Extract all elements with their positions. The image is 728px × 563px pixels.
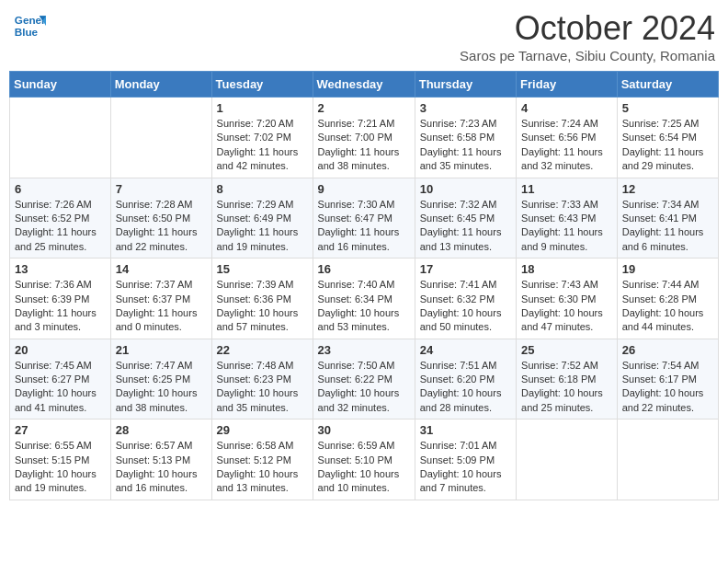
page-header: General Blue October 2024 Saros pe Tarna… [9, 9, 719, 63]
day-info: Sunrise: 7:36 AM Sunset: 6:39 PM Dayligh… [15, 278, 106, 335]
day-info: Sunrise: 6:57 AM Sunset: 5:13 PM Dayligh… [116, 439, 207, 496]
calendar-cell [517, 419, 618, 500]
day-info: Sunrise: 7:43 AM Sunset: 6:30 PM Dayligh… [521, 278, 612, 335]
day-info: Sunrise: 7:51 AM Sunset: 6:20 PM Dayligh… [420, 359, 511, 416]
day-number: 18 [521, 262, 612, 276]
calendar-week-row: 1Sunrise: 7:20 AM Sunset: 7:02 PM Daylig… [10, 98, 719, 178]
calendar-cell: 24Sunrise: 7:51 AM Sunset: 6:20 PM Dayli… [415, 339, 516, 419]
day-info: Sunrise: 7:34 AM Sunset: 6:41 PM Dayligh… [622, 198, 713, 255]
day-number: 22 [217, 343, 308, 357]
day-info: Sunrise: 6:58 AM Sunset: 5:12 PM Dayligh… [217, 439, 308, 496]
calendar-cell: 12Sunrise: 7:34 AM Sunset: 6:41 PM Dayli… [617, 178, 718, 259]
day-header-monday: Monday [110, 72, 211, 98]
logo: General Blue [13, 9, 46, 42]
day-number: 17 [420, 262, 511, 276]
day-number: 29 [217, 423, 308, 437]
month-title: October 2024 [460, 9, 715, 48]
calendar-cell: 31Sunrise: 7:01 AM Sunset: 5:09 PM Dayli… [415, 419, 516, 500]
calendar-week-row: 13Sunrise: 7:36 AM Sunset: 6:39 PM Dayli… [10, 259, 719, 339]
day-header-sunday: Sunday [10, 72, 111, 98]
day-number: 27 [15, 423, 106, 437]
day-number: 10 [420, 182, 511, 196]
day-info: Sunrise: 7:39 AM Sunset: 6:36 PM Dayligh… [217, 278, 308, 335]
day-info: Sunrise: 7:52 AM Sunset: 6:18 PM Dayligh… [521, 359, 612, 416]
day-info: Sunrise: 7:26 AM Sunset: 6:52 PM Dayligh… [15, 198, 106, 255]
day-number: 1 [217, 101, 308, 115]
day-info: Sunrise: 7:32 AM Sunset: 6:45 PM Dayligh… [420, 198, 511, 255]
calendar-cell: 11Sunrise: 7:33 AM Sunset: 6:43 PM Dayli… [517, 178, 618, 259]
day-number: 7 [116, 182, 207, 196]
day-info: Sunrise: 7:50 AM Sunset: 6:22 PM Dayligh… [318, 359, 410, 416]
day-number: 6 [15, 182, 106, 196]
day-info: Sunrise: 7:44 AM Sunset: 6:28 PM Dayligh… [622, 278, 713, 335]
day-number: 9 [318, 182, 410, 196]
day-number: 12 [622, 182, 713, 196]
day-number: 14 [116, 262, 207, 276]
day-number: 11 [521, 182, 612, 196]
calendar-cell: 25Sunrise: 7:52 AM Sunset: 6:18 PM Dayli… [517, 339, 618, 419]
calendar-cell: 17Sunrise: 7:41 AM Sunset: 6:32 PM Dayli… [415, 259, 516, 339]
day-info: Sunrise: 7:20 AM Sunset: 7:02 PM Dayligh… [217, 117, 308, 174]
day-number: 23 [318, 343, 410, 357]
calendar-week-row: 20Sunrise: 7:45 AM Sunset: 6:27 PM Dayli… [10, 339, 719, 419]
day-number: 16 [318, 262, 410, 276]
day-info: Sunrise: 7:24 AM Sunset: 6:56 PM Dayligh… [521, 117, 612, 174]
calendar-cell: 26Sunrise: 7:54 AM Sunset: 6:17 PM Dayli… [617, 339, 718, 419]
day-info: Sunrise: 6:55 AM Sunset: 5:15 PM Dayligh… [15, 439, 106, 496]
day-info: Sunrise: 7:33 AM Sunset: 6:43 PM Dayligh… [521, 198, 612, 255]
calendar-cell: 5Sunrise: 7:25 AM Sunset: 6:54 PM Daylig… [617, 98, 718, 178]
calendar-cell: 22Sunrise: 7:48 AM Sunset: 6:23 PM Dayli… [211, 339, 313, 419]
calendar-cell: 4Sunrise: 7:24 AM Sunset: 6:56 PM Daylig… [517, 98, 618, 178]
calendar-cell: 28Sunrise: 6:57 AM Sunset: 5:13 PM Dayli… [110, 419, 211, 500]
calendar-cell: 10Sunrise: 7:32 AM Sunset: 6:45 PM Dayli… [415, 178, 516, 259]
calendar-week-row: 6Sunrise: 7:26 AM Sunset: 6:52 PM Daylig… [10, 178, 719, 259]
day-number: 3 [420, 101, 511, 115]
day-number: 20 [15, 343, 106, 357]
day-info: Sunrise: 7:41 AM Sunset: 6:32 PM Dayligh… [420, 278, 511, 335]
day-info: Sunrise: 7:48 AM Sunset: 6:23 PM Dayligh… [217, 359, 308, 416]
day-header-friday: Friday [517, 72, 618, 98]
calendar-cell: 14Sunrise: 7:37 AM Sunset: 6:37 PM Dayli… [110, 259, 211, 339]
day-number: 13 [15, 262, 106, 276]
calendar-cell: 16Sunrise: 7:40 AM Sunset: 6:34 PM Dayli… [313, 259, 415, 339]
calendar-cell: 23Sunrise: 7:50 AM Sunset: 6:22 PM Dayli… [313, 339, 415, 419]
day-number: 21 [116, 343, 207, 357]
calendar-cell: 3Sunrise: 7:23 AM Sunset: 6:58 PM Daylig… [415, 98, 516, 178]
calendar-cell: 21Sunrise: 7:47 AM Sunset: 6:25 PM Dayli… [110, 339, 211, 419]
calendar-cell: 2Sunrise: 7:21 AM Sunset: 7:00 PM Daylig… [313, 98, 415, 178]
day-info: Sunrise: 7:30 AM Sunset: 6:47 PM Dayligh… [318, 198, 410, 255]
calendar-cell: 15Sunrise: 7:39 AM Sunset: 6:36 PM Dayli… [211, 259, 313, 339]
day-number: 15 [217, 262, 308, 276]
day-number: 24 [420, 343, 511, 357]
day-number: 19 [622, 262, 713, 276]
calendar-cell: 19Sunrise: 7:44 AM Sunset: 6:28 PM Dayli… [617, 259, 718, 339]
day-info: Sunrise: 7:21 AM Sunset: 7:00 PM Dayligh… [318, 117, 410, 174]
calendar-cell: 6Sunrise: 7:26 AM Sunset: 6:52 PM Daylig… [10, 178, 111, 259]
calendar-cell: 18Sunrise: 7:43 AM Sunset: 6:30 PM Dayli… [517, 259, 618, 339]
location-subtitle: Saros pe Tarnave, Sibiu County, Romania [460, 48, 715, 63]
day-header-wednesday: Wednesday [313, 72, 415, 98]
svg-text:General: General [15, 14, 46, 26]
calendar-cell: 27Sunrise: 6:55 AM Sunset: 5:15 PM Dayli… [10, 419, 111, 500]
calendar-cell: 20Sunrise: 7:45 AM Sunset: 6:27 PM Dayli… [10, 339, 111, 419]
calendar-week-row: 27Sunrise: 6:55 AM Sunset: 5:15 PM Dayli… [10, 419, 719, 500]
day-number: 25 [521, 343, 612, 357]
logo-icon: General Blue [13, 9, 46, 42]
calendar-cell: 7Sunrise: 7:28 AM Sunset: 6:50 PM Daylig… [110, 178, 211, 259]
day-info: Sunrise: 7:01 AM Sunset: 5:09 PM Dayligh… [420, 439, 511, 496]
day-info: Sunrise: 7:37 AM Sunset: 6:37 PM Dayligh… [116, 278, 207, 335]
day-number: 31 [420, 423, 511, 437]
day-number: 5 [622, 101, 713, 115]
calendar-cell: 13Sunrise: 7:36 AM Sunset: 6:39 PM Dayli… [10, 259, 111, 339]
calendar-cell [617, 419, 718, 500]
day-info: Sunrise: 7:23 AM Sunset: 6:58 PM Dayligh… [420, 117, 511, 174]
calendar-header-row: SundayMondayTuesdayWednesdayThursdayFrid… [10, 72, 719, 98]
calendar-cell [110, 98, 211, 178]
day-number: 26 [622, 343, 713, 357]
day-number: 28 [116, 423, 207, 437]
day-info: Sunrise: 7:45 AM Sunset: 6:27 PM Dayligh… [15, 359, 106, 416]
day-header-saturday: Saturday [617, 72, 718, 98]
day-info: Sunrise: 7:28 AM Sunset: 6:50 PM Dayligh… [116, 198, 207, 255]
calendar-cell: 9Sunrise: 7:30 AM Sunset: 6:47 PM Daylig… [313, 178, 415, 259]
day-header-thursday: Thursday [415, 72, 516, 98]
